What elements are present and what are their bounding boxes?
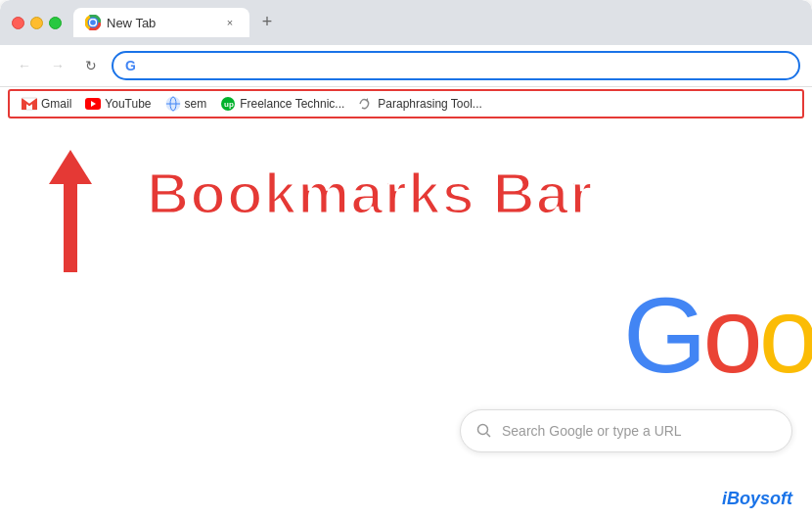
tab-title: New Tab: [107, 16, 156, 30]
bookmarks-bar-label: Bookmarks Bar: [147, 160, 594, 227]
arrow-head: [49, 150, 92, 184]
google-g-icon: G: [125, 58, 141, 73]
refresh-button[interactable]: ↻: [78, 53, 104, 78]
svg-text:G: G: [125, 58, 136, 73]
chrome-window: New Tab × + ← → ↻ G: [0, 0, 812, 519]
search-placeholder: Search Google or type a URL: [502, 423, 682, 439]
google-g: G: [623, 274, 703, 395]
paraphrasing-icon: [358, 96, 374, 112]
bookmark-gmail[interactable]: Gmail: [16, 94, 77, 114]
active-tab[interactable]: New Tab ×: [73, 8, 249, 37]
main-content: Bookmarks Bar Goog Search Google or type…: [0, 120, 812, 519]
google-logo-partial: Goog: [623, 272, 812, 397]
url-bar[interactable]: G: [112, 51, 800, 80]
google-search-box[interactable]: Search Google or type a URL: [460, 409, 792, 452]
tab-close-button[interactable]: ×: [222, 15, 238, 30]
google-o2: o: [759, 274, 812, 395]
back-button[interactable]: ←: [12, 53, 37, 78]
svg-point-17: [478, 425, 488, 435]
sem-label: sem: [185, 97, 207, 111]
svg-line-18: [487, 434, 491, 438]
bookmarks-bar: Gmail YouTube: [8, 89, 804, 118]
arrow-shaft: [64, 184, 77, 272]
google-o1: o: [702, 274, 758, 395]
bookmark-sem[interactable]: sem: [159, 94, 213, 114]
forward-button[interactable]: →: [45, 53, 70, 78]
freelance-icon: up: [220, 96, 236, 112]
minimize-button[interactable]: [30, 17, 43, 29]
paraphrasing-label: Paraphrasing Tool...: [378, 97, 482, 111]
bookmark-youtube[interactable]: YouTube: [79, 94, 157, 114]
gmail-icon: [22, 96, 37, 112]
sem-icon: [165, 96, 181, 112]
traffic-lights: [12, 17, 62, 29]
youtube-label: YouTube: [105, 97, 151, 111]
svg-point-7: [90, 20, 96, 25]
youtube-icon: [85, 96, 101, 112]
title-bar: New Tab × +: [0, 0, 812, 45]
svg-text:up: up: [224, 100, 234, 109]
close-button[interactable]: [12, 17, 24, 29]
annotation-arrow: [49, 150, 92, 272]
search-icon: [476, 423, 492, 439]
chrome-icon: [85, 15, 101, 30]
gmail-label: Gmail: [41, 97, 71, 111]
bookmarks-bar-wrapper: Gmail YouTube: [0, 87, 812, 120]
bookmark-paraphrasing[interactable]: Paraphrasing Tool...: [352, 94, 488, 114]
new-tab-button[interactable]: +: [253, 8, 281, 35]
address-bar-area: ← → ↻ G: [0, 45, 812, 87]
freelance-label: Freelance Technic...: [240, 97, 344, 111]
maximize-button[interactable]: [49, 17, 62, 29]
iboysoft-watermark: iBoysoft: [722, 489, 792, 509]
bookmark-freelance[interactable]: up Freelance Technic...: [214, 94, 350, 114]
